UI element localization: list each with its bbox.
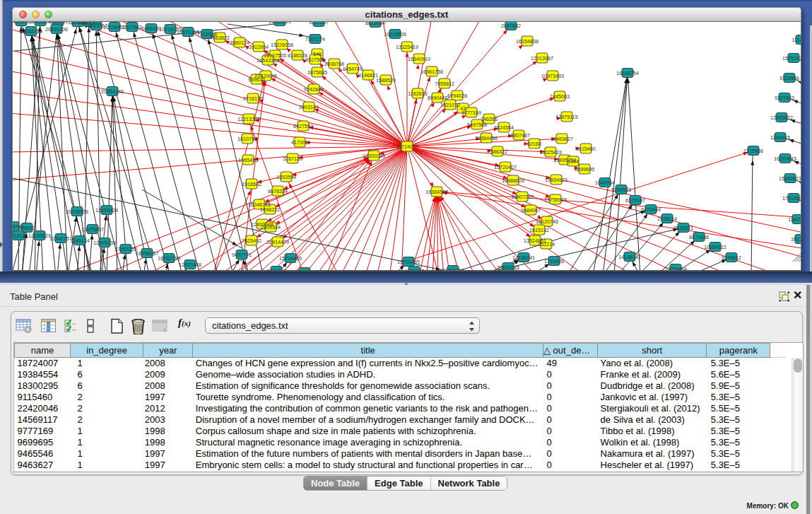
svg-text:19384554: 19384554 xyxy=(425,189,448,195)
svg-text:3824554: 3824554 xyxy=(494,124,514,131)
svg-text:9242848: 9242848 xyxy=(304,86,324,93)
svg-text:6794028: 6794028 xyxy=(447,93,467,99)
svg-text:19299464: 19299464 xyxy=(664,266,687,271)
svg-text:9329966: 9329966 xyxy=(779,75,799,81)
svg-text:7357274: 7357274 xyxy=(305,36,325,42)
svg-text:16961758: 16961758 xyxy=(420,69,443,75)
svg-text:16640910: 16640910 xyxy=(408,56,430,62)
svg-text:8471636: 8471636 xyxy=(689,234,709,240)
svg-text:10688609: 10688609 xyxy=(502,177,524,184)
svg-text:20364436: 20364436 xyxy=(475,135,498,141)
svg-text:13325419: 13325419 xyxy=(396,44,418,50)
svg-text:9777169: 9777169 xyxy=(461,110,481,116)
svg-text:23706266: 23706266 xyxy=(442,267,464,271)
svg-text:16958157: 16958157 xyxy=(136,250,158,257)
svg-text:15716485: 15716485 xyxy=(397,259,420,265)
svg-text:3267130: 3267130 xyxy=(283,156,302,162)
svg-text:12505135: 12505135 xyxy=(93,240,116,246)
svg-text:8454749: 8454749 xyxy=(343,66,363,72)
svg-text:1215958: 1215958 xyxy=(743,148,763,154)
svg-text:16543362: 16543362 xyxy=(257,57,279,64)
svg-text:1916682: 1916682 xyxy=(242,181,261,187)
svg-text:4735650: 4735650 xyxy=(48,22,68,25)
svg-text:15226058: 15226058 xyxy=(271,42,293,48)
svg-text:7386322: 7386322 xyxy=(488,148,507,155)
svg-text:82160: 82160 xyxy=(527,141,541,147)
svg-text:19654923: 19654923 xyxy=(545,177,567,183)
svg-text:9146821: 9146821 xyxy=(358,72,378,78)
svg-text:14136141: 14136141 xyxy=(512,255,535,261)
svg-text:19463627: 19463627 xyxy=(551,136,573,142)
svg-text:2936768: 2936768 xyxy=(324,61,344,67)
svg-text:15716485: 15716485 xyxy=(279,255,302,262)
svg-text:15720407: 15720407 xyxy=(494,164,517,170)
svg-text:9227343: 9227343 xyxy=(775,95,794,101)
svg-text:16210643: 16210643 xyxy=(774,156,796,162)
svg-text:13975857: 13975857 xyxy=(81,226,104,233)
svg-text:989612: 989612 xyxy=(248,76,265,83)
svg-text:8990448: 8990448 xyxy=(428,95,447,101)
svg-text:7955812: 7955812 xyxy=(435,81,454,87)
svg-text:20691406: 20691406 xyxy=(45,26,68,33)
svg-text:1621072: 1621072 xyxy=(440,102,460,108)
svg-text:3912954: 3912954 xyxy=(249,44,269,50)
svg-text:5958923: 5958923 xyxy=(611,187,631,193)
svg-text:3960124: 3960124 xyxy=(230,40,249,46)
svg-text:1610753: 1610753 xyxy=(237,136,257,142)
svg-text:12975115: 12975115 xyxy=(555,114,577,120)
svg-text:15751074: 15751074 xyxy=(782,55,801,62)
svg-text:1527602: 1527602 xyxy=(122,24,142,30)
svg-text:7625402: 7625402 xyxy=(242,238,261,244)
svg-text:252214: 252214 xyxy=(538,241,555,247)
svg-text:16120746: 16120746 xyxy=(536,218,558,225)
svg-text:16671355: 16671355 xyxy=(177,29,199,35)
svg-text:9474444: 9474444 xyxy=(641,206,661,213)
svg-text:4439167: 4439167 xyxy=(404,268,424,271)
svg-text:16782759: 16782759 xyxy=(158,255,180,262)
svg-text:10025433: 10025433 xyxy=(539,149,562,156)
svg-text:2803144: 2803144 xyxy=(299,104,319,110)
svg-text:19756928: 19756928 xyxy=(544,197,567,203)
svg-text:9217207: 9217207 xyxy=(309,22,329,25)
svg-text:1353594: 1353594 xyxy=(276,174,296,180)
svg-text:9245612: 9245612 xyxy=(722,255,741,261)
svg-text:8427552: 8427552 xyxy=(293,123,313,129)
svg-text:7485063: 7485063 xyxy=(550,93,570,100)
svg-text:14136141: 14136141 xyxy=(618,254,641,260)
svg-text:2718176: 2718176 xyxy=(243,95,263,102)
svg-text:1244415: 1244415 xyxy=(770,134,790,141)
svg-text:17016504: 17016504 xyxy=(782,195,801,201)
svg-text:1498222: 1498222 xyxy=(260,206,280,213)
svg-text:9344: 9344 xyxy=(567,158,579,165)
svg-text:9327508: 9327508 xyxy=(305,57,325,63)
svg-text:8899695: 8899695 xyxy=(575,166,594,173)
svg-text:2409344: 2409344 xyxy=(261,224,281,230)
svg-text:18807269: 18807269 xyxy=(511,194,534,200)
svg-text:16154838: 16154838 xyxy=(516,38,539,45)
svg-text:3875685: 3875685 xyxy=(307,69,327,76)
svg-text:1145134: 1145134 xyxy=(70,238,89,244)
svg-text:7663822: 7663822 xyxy=(210,35,230,41)
svg-text:24055715: 24055715 xyxy=(20,28,42,35)
svg-text:20053346: 20053346 xyxy=(101,88,124,95)
svg-text:12213967: 12213967 xyxy=(531,55,553,62)
svg-text:1162615: 1162615 xyxy=(408,90,427,97)
svg-text:16033809: 16033809 xyxy=(269,22,291,25)
svg-text:9684067: 9684067 xyxy=(521,207,541,214)
svg-text:835061: 835061 xyxy=(18,225,35,231)
svg-text:25852685: 25852685 xyxy=(497,264,519,271)
svg-text:8186328: 8186328 xyxy=(288,52,307,59)
svg-text:1965493: 1965493 xyxy=(238,157,258,163)
svg-text:18300295: 18300295 xyxy=(363,153,385,159)
svg-text:6497568: 6497568 xyxy=(467,122,487,128)
svg-text:9457771: 9457771 xyxy=(232,252,252,258)
svg-text:20206556: 20206556 xyxy=(66,209,88,215)
svg-text:16914479: 16914479 xyxy=(266,239,289,245)
svg-text:1640954: 1640954 xyxy=(595,180,615,186)
svg-text:2087682: 2087682 xyxy=(501,23,521,29)
svg-text:1112843: 1112843 xyxy=(792,37,801,43)
svg-text:1167534: 1167534 xyxy=(788,216,801,223)
svg-text:3915141: 3915141 xyxy=(13,233,28,239)
svg-text:1733426: 1733426 xyxy=(544,258,564,264)
svg-text:12923448: 12923448 xyxy=(179,262,201,268)
